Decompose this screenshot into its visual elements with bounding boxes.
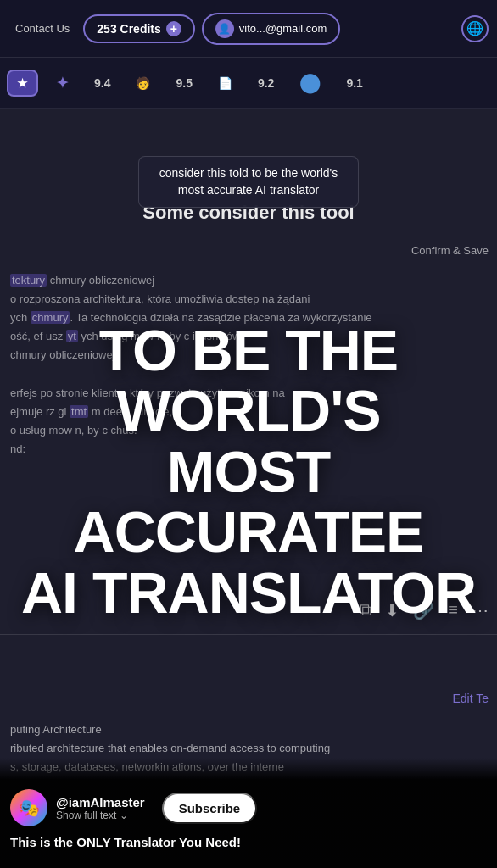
bottom-heading: puting Architecture xyxy=(10,721,487,739)
score-9-2[interactable]: 9.2 xyxy=(249,71,282,95)
circle-icon: ⬤ xyxy=(299,72,321,94)
bottom-line-1: ributed architecture that enables on-dem… xyxy=(10,739,487,758)
score-doc[interactable]: 📄 xyxy=(209,71,241,95)
contact-us-button[interactable]: Contact Us xyxy=(8,17,76,40)
score-value-3: 9.2 xyxy=(258,76,274,90)
credits-label: 253 Credits xyxy=(97,22,160,36)
tiktok-caption: This is the ONLY Translator You Need! xyxy=(0,835,497,854)
overlay-line-2: MOST ACCURATEE xyxy=(8,442,489,563)
scores-bar: ★ ✦ 9.4 🧑 9.5 📄 9.2 ⬤ 9.1 xyxy=(0,58,497,108)
subscribe-button[interactable]: Subscribe xyxy=(162,793,258,824)
background-content: Some consider this tool Confirm & Save t… xyxy=(0,58,497,868)
top-bar: Contact Us 253 Credits + 👤 vito...@gmail… xyxy=(0,0,497,58)
show-full-label: Show full text xyxy=(56,810,116,821)
confirm-save-button[interactable]: Confirm & Save xyxy=(411,244,489,257)
score-value-1: 9.4 xyxy=(94,76,110,90)
trans-line-2: o rozproszona architektura, która umożli… xyxy=(10,290,487,309)
overlay-line-3: AI TRANSLATOR xyxy=(8,563,489,623)
email-button[interactable]: 👤 vito...@gmail.com xyxy=(202,13,341,45)
person-icon: 🧑 xyxy=(136,76,150,90)
user-avatar: 👤 xyxy=(215,19,234,38)
globe-button[interactable]: 🌐 xyxy=(461,15,489,42)
chevron-down-icon: ⌄ xyxy=(120,810,128,821)
score-person[interactable]: 🧑 xyxy=(127,71,159,95)
edit-te-button[interactable]: Edit Te xyxy=(452,692,489,705)
tooltip-box: consider this told to be the world's mos… xyxy=(138,156,359,208)
score-sparkle[interactable]: ✦ xyxy=(47,69,77,97)
star-icon: ★ xyxy=(17,76,28,90)
show-full-text[interactable]: Show full text ⌄ xyxy=(56,810,145,821)
score-9-4[interactable]: 9.4 xyxy=(86,71,119,95)
user-avatar-tiktok: 🎭 xyxy=(10,789,47,826)
tiktok-bottom-bar: 🎭 @iamAImaster Show full text ⌄ Subscrib… xyxy=(0,758,497,868)
score-circle[interactable]: ⬤ xyxy=(291,67,329,99)
score-9-5[interactable]: 9.5 xyxy=(167,71,200,95)
big-overlay: TO BE THE WORLD'S MOST ACCURATEE AI TRAN… xyxy=(0,320,497,623)
tiktok-user-row: 🎭 @iamAImaster Show full text ⌄ Subscrib… xyxy=(0,789,497,835)
sparkle-icon: ✦ xyxy=(56,74,69,92)
email-label: vito...@gmail.com xyxy=(239,22,327,35)
tiktok-user-info: @iamAImaster Show full text ⌄ xyxy=(56,795,145,821)
score-star[interactable]: ★ xyxy=(7,70,38,97)
tiktok-username: @iamAImaster xyxy=(56,795,145,810)
tooltip-text: consider this told to be the world's mos… xyxy=(159,166,338,197)
overlay-line-1: TO BE THE WORLD'S xyxy=(8,320,489,442)
score-value-2: 9.5 xyxy=(176,76,192,90)
section-divider xyxy=(0,634,497,635)
score-9-1[interactable]: 9.1 xyxy=(338,71,371,95)
credits-button[interactable]: 253 Credits + xyxy=(83,14,194,43)
doc-icon: 📄 xyxy=(218,76,232,90)
score-value-4: 9.1 xyxy=(346,76,362,90)
trans-line-1: tektury chmury obliczeniowej xyxy=(10,271,487,290)
add-credits-icon[interactable]: + xyxy=(166,21,181,36)
